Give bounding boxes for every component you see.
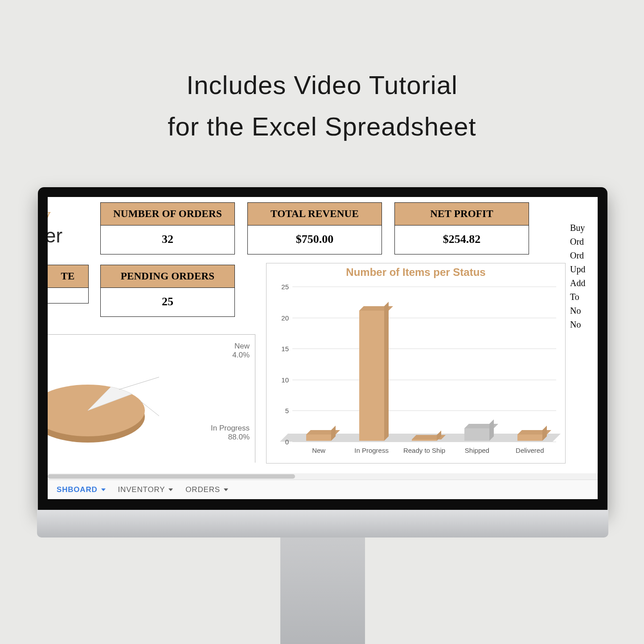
y-tick-label: 20 [275,314,289,321]
tab-dashboard[interactable]: SHBOARD [50,485,112,494]
x-category-label: New [312,447,325,454]
side-item: To [570,290,598,304]
side-item: No [570,304,598,318]
monitor-bezel: tory cker NUMBER OF ORDERS 32 TOTAL REVE… [38,187,607,511]
screen: tory cker NUMBER OF ORDERS 32 TOTAL REVE… [48,197,598,499]
logo-script-partial: tory [48,203,51,226]
chevron-down-icon [101,488,106,491]
sheet-tabs: SHBOARD INVENTORY ORDERS [48,480,598,499]
pie-label-pct: 88.0% [211,433,250,442]
y-tick-label: 15 [275,345,289,353]
monitor-stand [280,537,365,644]
pie-chart: New 4.0% In Progress 88.0% [48,334,255,463]
bar [412,439,437,441]
pie-graphic [48,344,159,459]
x-category-label: In Progress [354,447,389,454]
kpi-value [48,288,88,303]
kpi-te-partial: TE [48,265,89,304]
side-item: Upd [570,263,598,276]
kpi-total-revenue: TOTAL REVENUE $750.00 [247,202,382,254]
side-item: No [570,318,598,332]
gridline [292,318,556,318]
y-tick-label: 10 [275,376,289,383]
gridline [292,442,556,442]
bar [464,428,489,441]
kpi-label: NUMBER OF ORDERS [101,203,234,226]
monitor-chin [37,510,608,537]
bar-chart-plot: 0510152025NewIn ProgressReady to ShipShi… [292,287,556,441]
spreadsheet-dashboard: tory cker NUMBER OF ORDERS 32 TOTAL REVE… [48,197,598,499]
x-category-label: Shipped [465,447,489,454]
kpi-number-of-orders: NUMBER OF ORDERS 32 [100,202,235,254]
side-item: Ord [570,235,598,249]
y-tick-label: 5 [275,407,289,414]
kpi-net-profit: NET PROFIT $254.82 [394,202,529,254]
pie-label-text: New [232,342,250,351]
pie-label-pct: 4.0% [232,351,250,360]
tab-label: ORDERS [185,485,220,494]
pie-label-text: In Progress [211,424,250,433]
gridline [292,349,556,349]
pie-label-inprogress: In Progress 88.0% [211,424,250,441]
tab-inventory[interactable]: INVENTORY [112,485,180,494]
kpi-label: TE [48,265,88,288]
x-category-label: Ready to Ship [403,447,445,454]
gridline [292,380,556,380]
kpi-value: 25 [101,288,234,316]
gridline [292,410,556,411]
kpi-label: PENDING ORDERS [101,265,234,288]
kpi-value: $750.00 [248,226,381,254]
kpi-label: TOTAL REVENUE [248,203,381,226]
scrollbar-thumb[interactable] [48,474,295,479]
kpi-value: 32 [101,226,234,254]
pie-label-new: New 4.0% [232,342,250,359]
side-item: Buy [570,221,598,235]
tab-label: INVENTORY [118,485,165,494]
bar [517,435,542,441]
bar [359,311,384,441]
chevron-down-icon [168,488,173,491]
y-tick-label: 0 [275,438,289,446]
y-tick-label: 25 [275,283,289,291]
kpi-pending-orders: PENDING ORDERS 25 [100,265,235,317]
side-item: Add [570,276,598,290]
monitor-mockup: tory cker NUMBER OF ORDERS 32 TOTAL REVE… [38,187,607,644]
bar [306,435,331,441]
logo-sub-partial: cker [48,225,62,247]
gridline [292,287,556,287]
tab-label: SHBOARD [57,485,98,494]
bar-chart: Number of Items per Status 0510152025New… [266,263,566,464]
x-category-label: Delivered [516,447,544,454]
marketing-headline: Includes Video Tutorial for the Excel Sp… [0,65,644,148]
horizontal-scrollbar[interactable] [48,473,598,480]
side-item: Ord [570,249,598,263]
headline-line1: Includes Video Tutorial [0,65,644,106]
headline-line2: for the Excel Spreadsheet [0,106,644,148]
kpi-label: NET PROFIT [395,203,529,226]
kpi-value: $254.82 [395,226,529,254]
chevron-down-icon [224,488,228,491]
bar-chart-title: Number of Items per Status [267,266,565,279]
tab-orders[interactable]: ORDERS [179,485,234,494]
side-list-partial: Buy Ord Ord Upd Add To No No [570,221,598,332]
svg-line-2 [119,369,159,390]
